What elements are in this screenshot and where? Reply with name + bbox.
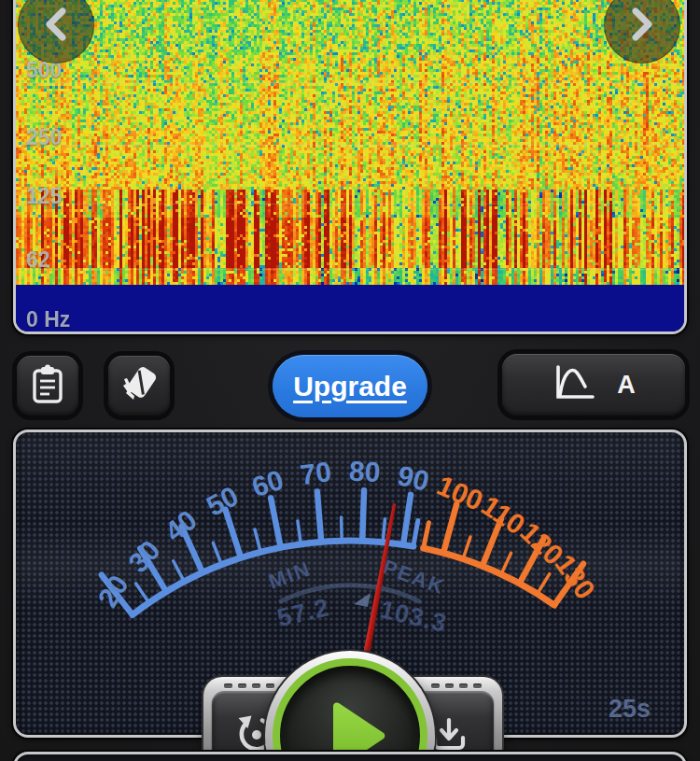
- rivet: [238, 683, 246, 688]
- app-screen: 500250125620 Hz: [0, 0, 700, 761]
- spectrogram-canvas[interactable]: [16, 0, 684, 331]
- svg-text:MIN: MIN: [265, 557, 314, 593]
- bottom-panel: [13, 752, 687, 761]
- response-curve-icon: [552, 361, 598, 409]
- chevron-left-icon: [40, 4, 72, 48]
- level-meter-panel: 2030405060708090100110120130MIN57.2PEAK1…: [13, 430, 687, 738]
- svg-text:80: 80: [348, 455, 381, 487]
- tilted-card-icon: [119, 364, 160, 408]
- spectrogram-panel: 500250125620 Hz: [13, 0, 687, 334]
- rivet: [252, 683, 260, 688]
- svg-text:60: 60: [248, 464, 287, 502]
- rivet: [266, 683, 274, 688]
- rivet: [473, 683, 482, 688]
- rivet: [431, 683, 440, 688]
- rivet: [459, 683, 468, 688]
- weighting-letter: A: [617, 371, 636, 400]
- svg-text:90: 90: [395, 459, 432, 497]
- svg-text:40: 40: [159, 504, 203, 548]
- records-button[interactable]: [17, 356, 78, 416]
- chevron-right-icon: [626, 4, 658, 48]
- rivet: [445, 683, 454, 688]
- svg-text:103.3: 103.3: [377, 595, 449, 638]
- frequency-weighting-button[interactable]: A: [502, 354, 685, 416]
- promo-app-button[interactable]: [108, 356, 170, 416]
- svg-text:50: 50: [202, 480, 244, 522]
- play-button-face: [273, 658, 427, 761]
- upgrade-button[interactable]: Upgrade: [273, 355, 427, 417]
- svg-text:30: 30: [122, 534, 166, 578]
- rivet: [224, 683, 232, 688]
- elapsed-time: 25s: [609, 695, 651, 724]
- svg-text:70: 70: [299, 456, 333, 490]
- clipboard-icon: [28, 363, 67, 409]
- play-triangle-icon: [303, 688, 397, 761]
